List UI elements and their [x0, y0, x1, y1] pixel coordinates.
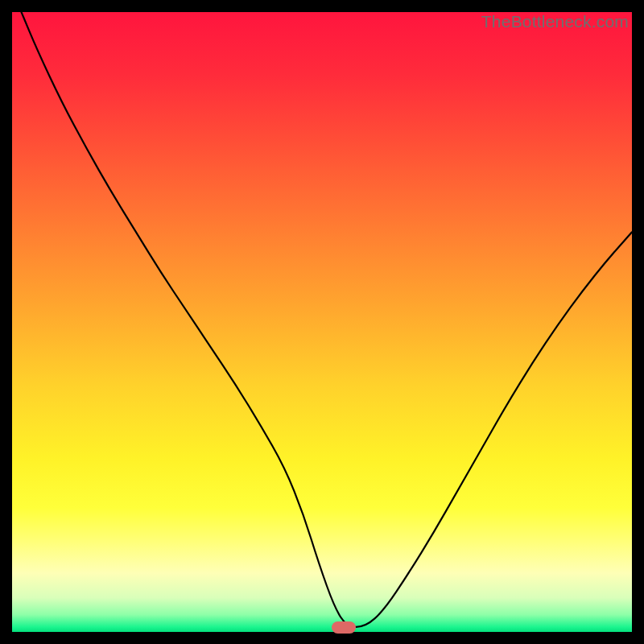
watermark-text: TheBottleneck.com	[481, 12, 629, 31]
chart-frame: TheBottleneck.com	[12, 12, 632, 632]
chart-canvas	[12, 12, 632, 632]
optimum-marker	[332, 621, 355, 634]
gradient-background	[12, 12, 632, 632]
